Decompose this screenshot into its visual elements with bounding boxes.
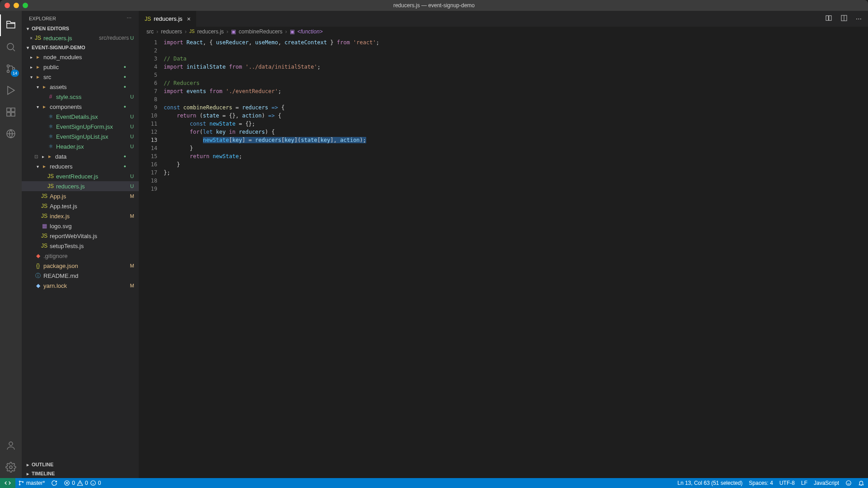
outline-section[interactable]: ▸ OUTLINE (22, 460, 139, 469)
chevron-down-icon[interactable]: ▾ (34, 164, 41, 169)
file-item[interactable]: #style.scssU (22, 92, 139, 102)
code-line[interactable]: // Reducers (162, 79, 868, 87)
sidebar-more-icon[interactable]: ⋯ (127, 15, 132, 21)
file-item[interactable]: {}package.jsonM (22, 261, 139, 271)
file-item[interactable]: JSsetupTests.js (22, 241, 139, 251)
code-line[interactable]: } (162, 144, 868, 152)
notifications-icon[interactable] (858, 480, 864, 486)
svg-rect-11 (826, 16, 828, 21)
open-editors-section[interactable]: ▾ OPEN EDITORS (22, 24, 139, 33)
chevron-down-icon: ▾ (24, 26, 31, 31)
language-mode[interactable]: JavaScript (814, 480, 839, 486)
encoding[interactable]: UTF-8 (779, 480, 795, 486)
file-item[interactable]: JSreducers.jsU (22, 181, 139, 191)
chevron-down-icon[interactable]: ▾ (28, 75, 34, 80)
code-line[interactable]: newState[key] = reducers[key](state[key]… (162, 136, 868, 144)
code-line[interactable]: for(let key in reducers) { (162, 128, 868, 136)
cursor-position[interactable]: Ln 13, Col 63 (51 selected) (677, 480, 742, 486)
search-icon[interactable] (0, 36, 22, 58)
code-line[interactable] (162, 177, 868, 185)
compare-changes-icon[interactable] (825, 14, 832, 23)
close-window-icon[interactable] (5, 3, 10, 8)
file-item[interactable]: ◆yarn.lockM (22, 281, 139, 291)
file-item[interactable]: ⓘREADME.md (22, 271, 139, 281)
file-item[interactable]: JSindex.jsM (22, 211, 139, 221)
app-root: 14 EXPLORER ⋯ ▾ OPEN EDITORS ×JSreducers… (0, 11, 868, 478)
git-branch[interactable]: master* (18, 480, 45, 486)
file-item[interactable]: ◆.gitignore (22, 251, 139, 261)
file-item[interactable]: ⚛Header.jsxU (22, 141, 139, 151)
eol[interactable]: LF (801, 480, 807, 486)
chevron-right-icon[interactable]: ▸ (40, 154, 46, 159)
indentation[interactable]: Spaces: 4 (749, 480, 773, 486)
run-debug-icon[interactable] (0, 80, 22, 101)
breadcrumb-item[interactable]: src (146, 28, 154, 35)
code-line[interactable]: import initialState from '../data/initia… (162, 63, 868, 71)
file-item[interactable]: JSeventReducer.jsU (22, 171, 139, 181)
code-line[interactable]: }; (162, 169, 868, 177)
explorer-icon[interactable] (0, 14, 22, 36)
source-control-icon[interactable]: 14 (0, 58, 22, 80)
chevron-right-icon[interactable]: ▸ (28, 55, 34, 60)
chevron-down-icon[interactable]: ▾ (34, 104, 41, 109)
folder-item[interactable]: ▾▸reducers● (22, 161, 139, 171)
code-content[interactable]: import React, { useReducer, useMemo, cre… (162, 37, 868, 478)
minimize-window-icon[interactable] (14, 3, 19, 8)
code-line[interactable]: import React, { useReducer, useMemo, cre… (162, 38, 868, 47)
folder-item[interactable]: ▾▸components● (22, 102, 139, 112)
tab-reducers[interactable]: JS reducers.js × (139, 11, 197, 27)
folder-item[interactable]: ▾▸assets● (22, 82, 139, 92)
feedback-icon[interactable] (845, 480, 852, 486)
file-item[interactable]: ▦logo.svg (22, 221, 139, 231)
code-line[interactable]: return newState; (162, 152, 868, 160)
file-item[interactable]: JSApp.jsM (22, 191, 139, 201)
code-line[interactable] (162, 47, 868, 55)
folder-item[interactable]: ⊡▸▸data● (22, 151, 139, 161)
code-line[interactable]: const newState = {}; (162, 120, 868, 128)
accounts-icon[interactable] (0, 435, 22, 456)
file-item[interactable]: JSreportWebVitals.js (22, 231, 139, 241)
code-line[interactable]: import events from './eventReducer'; (162, 87, 868, 95)
code-line[interactable] (162, 71, 868, 79)
code-line[interactable]: // Data (162, 55, 868, 63)
code-line[interactable]: } (162, 160, 868, 169)
sync-icon[interactable] (51, 480, 57, 486)
chevron-right-icon[interactable]: ▸ (28, 65, 34, 70)
split-editor-icon[interactable] (840, 14, 848, 23)
code-line[interactable] (162, 95, 868, 103)
folder-item[interactable]: ▸▸node_modules (22, 52, 139, 62)
code-line[interactable]: const combineReducers = reducers => { (162, 103, 868, 112)
item-label: EventDetails.jsx (56, 113, 129, 120)
maximize-window-icon[interactable] (23, 3, 28, 8)
breadcrumb-symbol[interactable]: combineReducers (239, 28, 283, 35)
more-actions-icon[interactable]: ⋯ (856, 15, 862, 22)
close-tab-icon[interactable]: × (187, 15, 191, 23)
breadcrumb-item[interactable]: reducers (161, 28, 182, 35)
folder-item[interactable]: ▾▸src● (22, 72, 139, 82)
code-editor[interactable]: 12345678910111213💡141516171819 import Re… (139, 37, 868, 478)
info-count: 0 (98, 480, 101, 486)
file-item[interactable]: ⚛EventSignUpList.jsxU (22, 131, 139, 141)
chevron-down-icon[interactable]: ▾ (34, 84, 41, 89)
settings-gear-icon[interactable] (0, 456, 22, 478)
code-line[interactable] (162, 185, 868, 193)
breadcrumb-item[interactable]: reducers.js (197, 28, 224, 35)
item-label: README.md (43, 272, 129, 279)
close-editor-icon[interactable]: × (28, 36, 34, 41)
timeline-section[interactable]: ▸ TIMELINE (22, 469, 139, 478)
breadcrumb[interactable]: src › reducers › JS reducers.js › ▣ comb… (139, 27, 868, 37)
remote-icon[interactable] (0, 123, 22, 145)
modified-dot-icon: ● (124, 75, 126, 79)
project-section[interactable]: ▾ EVENT-SIGNUP-DEMO (22, 43, 139, 52)
remote-indicator-icon[interactable] (0, 478, 15, 488)
lightbulb-icon[interactable]: 💡 (139, 136, 140, 145)
file-item[interactable]: JSApp.test.js (22, 201, 139, 211)
folder-item[interactable]: ▸▸public● (22, 62, 139, 72)
breadcrumb-symbol[interactable]: <function> (297, 28, 323, 35)
problems[interactable]: 0 0 0 (64, 480, 101, 486)
file-item[interactable]: ⚛EventSignUpForm.jsxU (22, 122, 139, 131)
file-item[interactable]: ⚛EventDetails.jsxU (22, 112, 139, 122)
extensions-icon[interactable] (0, 101, 22, 123)
code-line[interactable]: return (state = {}, action) => { (162, 112, 868, 120)
open-editor-item[interactable]: ×JSreducers.jssrc/reducersU (22, 33, 139, 43)
